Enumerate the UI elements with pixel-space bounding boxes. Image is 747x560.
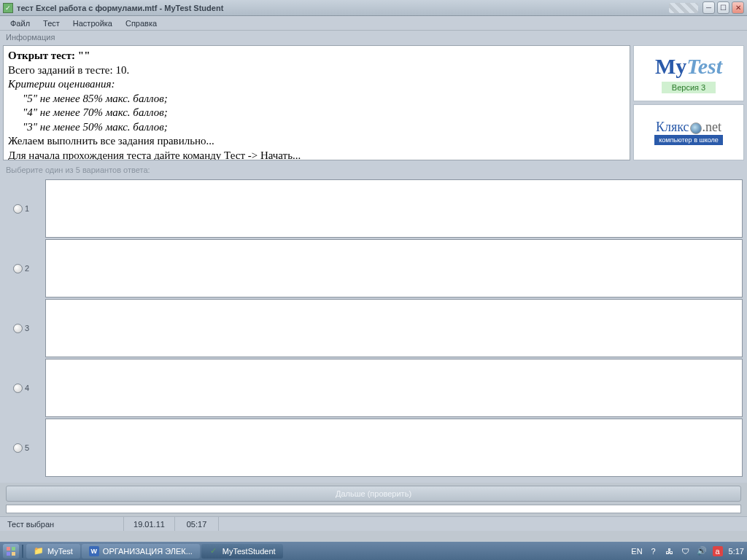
- answer-row-1: 1: [4, 179, 743, 238]
- status-date: 19.01.11: [124, 517, 175, 531]
- answer-row-2: 2: [4, 239, 743, 298]
- tray-lang[interactable]: EN: [631, 547, 642, 556]
- answer-num-2: 2: [25, 264, 29, 273]
- info-test-name: "": [78, 50, 90, 61]
- globe-icon: [690, 122, 702, 134]
- klyakso-logo: Клякс.net: [656, 120, 721, 135]
- answer-box-5[interactable]: [45, 419, 743, 477]
- radio-3[interactable]: [13, 324, 23, 333]
- radio-1[interactable]: [13, 204, 23, 214]
- svg-rect-1: [12, 547, 15, 551]
- titlebar: тест Excel работа с формулами.mtf - MyTe…: [0, 0, 747, 16]
- minimize-button[interactable]: [703, 1, 715, 14]
- info-wish: Желаем выполнить все задания правильно..…: [8, 134, 625, 149]
- status-test-selected: Тест выбран: [0, 517, 124, 531]
- answer-row-5: 5: [4, 419, 743, 477]
- answer-row-4: 4: [4, 359, 743, 417]
- info-crit-4: "4" не менее 70% макс. баллов;: [8, 106, 625, 120]
- status-time: 05:17: [175, 517, 219, 531]
- svg-rect-0: [7, 547, 10, 551]
- mytest-logo-box: MyTest Версия 3: [633, 45, 744, 101]
- choose-answer-label: Выберите один из 5 вариантов ответа:: [0, 162, 747, 178]
- taskbar-item-word-doc[interactable]: WОРГАНИЗАЦИЯ ЭЛЕК...: [82, 544, 200, 559]
- maximize-button[interactable]: [717, 1, 729, 14]
- answer-row-3: 3: [4, 299, 743, 357]
- folder-icon: 📁: [34, 546, 44, 556]
- app-icon: [3, 3, 13, 13]
- statusbar: Тест выбран 19.01.11 05:17: [0, 516, 747, 531]
- start-button[interactable]: [3, 544, 19, 559]
- answer-box-4[interactable]: [45, 359, 743, 417]
- answer-num-5: 5: [25, 443, 29, 452]
- info-text-area: Открыт тест: "" Всего заданий в тесте: 1…: [3, 45, 630, 160]
- check-icon: ✓: [209, 546, 219, 556]
- tray-clock[interactable]: 5:17: [729, 547, 744, 556]
- answer-box-1[interactable]: [45, 179, 743, 238]
- tray-network-icon[interactable]: 🖧: [665, 546, 675, 556]
- taskbar: 📁MyTest WОРГАНИЗАЦИЯ ЭЛЕК... ✓MyTestStud…: [0, 542, 747, 560]
- taskbar-divider: [22, 545, 23, 558]
- window-title: тест Excel работа с формулами.mtf - MyTe…: [17, 4, 669, 12]
- tray-help-icon[interactable]: ?: [649, 546, 659, 556]
- taskbar-item-mytest-folder[interactable]: 📁MyTest: [26, 544, 80, 559]
- word-icon: W: [89, 546, 99, 556]
- klyakso-logo-box: Клякс.net компьютер в школе: [633, 104, 744, 160]
- info-open-test-label: Открыт тест:: [8, 50, 78, 61]
- answer-num-4: 4: [25, 384, 29, 392]
- answer-box-3[interactable]: [45, 299, 743, 357]
- menu-settings[interactable]: Настройка: [67, 18, 118, 29]
- info-criteria-header: Критерии оценивания:: [8, 77, 625, 92]
- windows-icon: [6, 546, 16, 556]
- logo-column: MyTest Версия 3 Клякс.net компьютер в шк…: [633, 45, 744, 160]
- menu-help[interactable]: Справка: [120, 18, 163, 29]
- info-section-label: Информация: [0, 31, 747, 44]
- info-crit-3: "3" не менее 50% макс. баллов;: [8, 120, 625, 135]
- tray-agent-icon[interactable]: a: [713, 546, 723, 556]
- info-crit-5: "5" не менее 85% макс. баллов;: [8, 92, 625, 106]
- answer-num-1: 1: [25, 204, 29, 213]
- close-button[interactable]: [732, 1, 744, 14]
- radio-4[interactable]: [13, 384, 23, 393]
- answer-box-2[interactable]: [45, 239, 743, 298]
- info-total: Всего заданий в тесте: 10.: [8, 63, 625, 78]
- mytest-version: Версия 3: [662, 82, 716, 93]
- klyakso-sub: компьютер в школе: [654, 135, 722, 145]
- answer-num-3: 3: [25, 324, 29, 332]
- tray-volume-icon[interactable]: 🔊: [697, 546, 707, 556]
- system-tray: EN ? 🖧 🛡 🔊 a 5:17: [631, 546, 744, 556]
- answers-area: 1 2 3 4 5: [0, 178, 747, 483]
- radio-2[interactable]: [13, 264, 23, 273]
- radio-5[interactable]: [13, 443, 23, 453]
- mytest-logo: MyTest: [655, 54, 722, 79]
- titlebar-decoration: [669, 3, 698, 13]
- status-spacer: [219, 517, 747, 531]
- svg-rect-3: [12, 552, 15, 556]
- info-panel: Открыт тест: "" Всего заданий в тесте: 1…: [0, 44, 747, 162]
- next-button[interactable]: Дальше (проверить): [6, 486, 741, 502]
- svg-rect-2: [7, 552, 10, 556]
- taskbar-item-myteststudent[interactable]: ✓MyTestStudent: [201, 544, 283, 559]
- progress-bar: [6, 505, 741, 513]
- tray-shield-icon[interactable]: 🛡: [681, 546, 691, 556]
- info-start-hint: Для начала прохождения теста дайте коман…: [8, 149, 625, 161]
- menubar: Файл Тест Настройка Справка: [0, 16, 747, 31]
- menu-file[interactable]: Файл: [4, 18, 36, 29]
- menu-test[interactable]: Тест: [37, 18, 66, 29]
